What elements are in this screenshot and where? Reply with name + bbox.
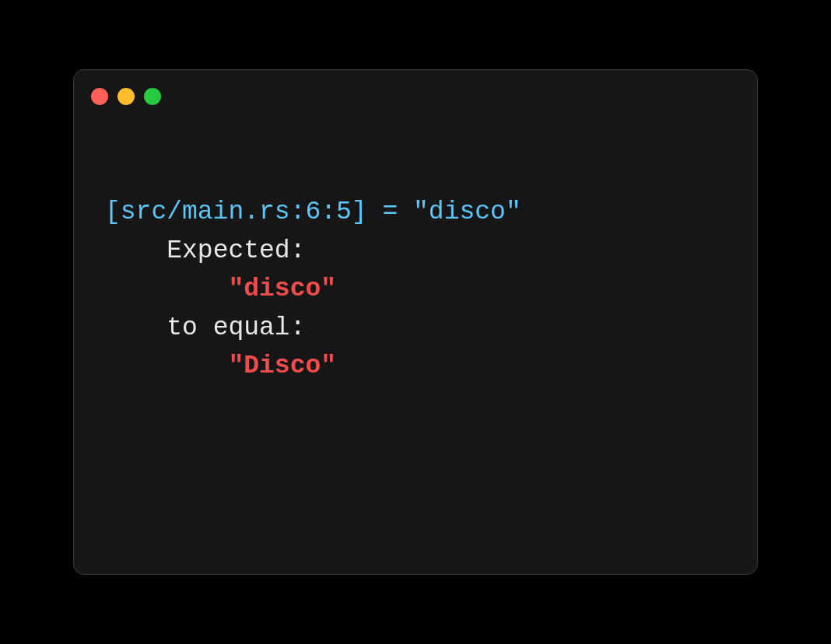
indent bbox=[105, 275, 228, 303]
actual-value: "Disco" bbox=[228, 352, 336, 380]
expected-value: "disco" bbox=[228, 275, 336, 303]
source-location-line: [src/main.rs:6:5] = "disco" bbox=[105, 198, 521, 226]
terminal-window: [src/main.rs:6:5] = "disco" Expected: "d… bbox=[73, 69, 758, 575]
indent bbox=[105, 352, 228, 380]
to-equal-label: to equal: bbox=[167, 313, 305, 342]
close-button[interactable] bbox=[91, 88, 108, 105]
titlebar bbox=[74, 70, 757, 107]
expected-label: Expected: bbox=[167, 236, 305, 265]
indent bbox=[105, 236, 167, 265]
maximize-button[interactable] bbox=[144, 88, 161, 105]
indent bbox=[105, 313, 167, 342]
terminal-output: [src/main.rs:6:5] = "disco" Expected: "d… bbox=[74, 107, 757, 574]
minimize-button[interactable] bbox=[117, 88, 135, 105]
